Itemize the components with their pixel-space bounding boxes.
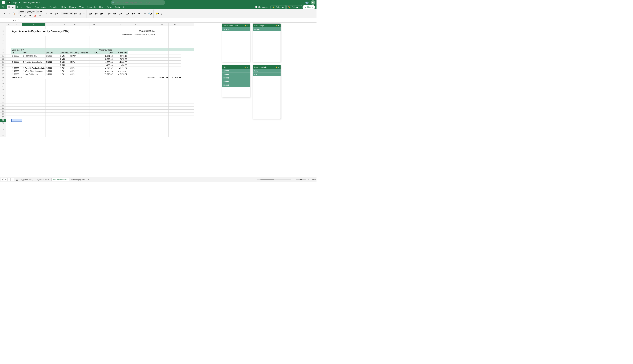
more-font-options[interactable]: •••	[38, 14, 41, 17]
zoom-out-button[interactable]: -	[293, 178, 294, 181]
find-select-button[interactable]: 🔍▾	[147, 10, 153, 17]
cell-G1[interactable]	[80, 26, 89, 29]
cell-N2[interactable]	[169, 29, 181, 33]
font-size-selector[interactable]: 10	[36, 10, 43, 14]
col-header-G[interactable]: G	[80, 23, 89, 26]
cancel-formula-icon[interactable]: ✕	[13, 19, 15, 22]
col-header-J[interactable]: J	[113, 23, 128, 26]
delete-cells-button[interactable]: ⊖▾	[112, 10, 117, 17]
cell-cad-10-1[interactable]	[89, 54, 99, 58]
tab-file[interactable]: File	[0, 5, 7, 9]
sort-filter-button[interactable]: ↕▾	[142, 10, 147, 17]
zoom-slider[interactable]	[296, 179, 306, 180]
slicer-cur-filter-icon[interactable]: ⚡	[275, 66, 277, 68]
col-header-due-date2[interactable]: Due Date	[80, 52, 89, 54]
slicer-currency-usd[interactable]: USD	[253, 73, 280, 76]
bold-button[interactable]: B	[19, 14, 23, 17]
slicer-no-20000[interactable]: 20000	[222, 73, 250, 76]
cell-I1[interactable]	[99, 26, 113, 29]
slicer-customergroup-blank-item[interactable]: BLANK	[253, 28, 280, 31]
col-header-no[interactable]: No.	[11, 52, 22, 54]
catchup-button[interactable]: ⚡ Catch up	[270, 5, 286, 9]
grand-total-cad[interactable]: -4,446.73	[143, 76, 156, 79]
col-header-E[interactable]: E	[59, 23, 70, 26]
cell-H1[interactable]	[89, 26, 99, 29]
cell-total-10-1[interactable]: -2,071.13	[113, 54, 128, 58]
cell-usd-10-1[interactable]: -2,071.13	[99, 54, 113, 58]
slicer-no-30000[interactable]: 30000	[222, 76, 250, 80]
slicer-department-blank-item[interactable]: BLANK	[222, 28, 250, 31]
tab-automate[interactable]: Automate	[85, 5, 97, 9]
cell-styles-button[interactable]: ▣▾	[99, 10, 104, 17]
sheet-horizontal-scroll[interactable]	[257, 179, 291, 180]
tab-help[interactable]: Help	[98, 5, 105, 9]
tab-nav-right[interactable]: ⟩	[8, 178, 11, 181]
col-header-M[interactable]: M	[156, 23, 169, 26]
cell-E1[interactable]	[59, 26, 70, 29]
font-name-selector[interactable]: Segoe UI (Body)	[18, 10, 36, 14]
tab-insert[interactable]: Insert	[16, 5, 24, 9]
insert-function-icon[interactable]: ƒx	[17, 19, 20, 22]
ideas-button[interactable]: 💡▾	[155, 10, 160, 17]
sheet-title-cell[interactable]: Aged Accounts Payable due by Currency (F…	[11, 29, 113, 33]
tab-home[interactable]: Home	[7, 5, 16, 9]
col-header-N[interactable]: N	[169, 23, 181, 26]
currency-button[interactable]: $▾	[73, 10, 78, 17]
cell-F1[interactable]	[70, 26, 80, 29]
cell-M2[interactable]	[156, 29, 169, 33]
clear-button[interactable]: ✕▾	[136, 10, 142, 17]
tab-menu-icon[interactable]: ☰	[15, 178, 19, 182]
col-header-due-date-f[interactable]: Due Date (f	[70, 52, 80, 54]
col-header-usd[interactable]: USD	[99, 52, 113, 54]
tab-page-layout[interactable]: Page Layout	[33, 5, 48, 9]
more-ribbon-btn[interactable]: ▷	[160, 10, 164, 17]
percent-button[interactable]: %	[78, 10, 82, 17]
col-header-A[interactable]: A	[6, 23, 11, 26]
cell-B3[interactable]	[11, 33, 113, 36]
cell-qtr-10-1[interactable]: ⊟ Qtr1	[59, 54, 70, 58]
col-header-H[interactable]: H	[89, 23, 99, 26]
zoom-in-button[interactable]: +	[308, 178, 309, 181]
col-header-due-date-c[interactable]: Due Date (C	[59, 52, 70, 54]
fill-button[interactable]: ⬇▾	[131, 10, 136, 17]
share-button[interactable]: ↗ Share	[302, 5, 315, 9]
cell-M1[interactable]	[156, 26, 169, 29]
cell-name-fabrikam[interactable]: ⊟ Fabrikam, Inc.	[22, 54, 46, 58]
user-avatar[interactable]: U	[311, 0, 315, 5]
col-header-L[interactable]: L	[143, 23, 156, 26]
cell-D1[interactable]	[46, 26, 59, 29]
tab-view[interactable]: View	[78, 5, 86, 9]
col-header-K[interactable]: K	[128, 23, 143, 26]
cell-J3[interactable]: Data retrieved: 15 December 2024, 00:26	[113, 33, 156, 36]
grand-total-total[interactable]: -52,248.05	[169, 76, 181, 79]
formula-expand-icon[interactable]: ⌄	[314, 19, 316, 22]
cell-O2[interactable]	[181, 29, 194, 33]
grid-menu-icon[interactable]	[1, 0, 6, 5]
autosum-button[interactable]: Σ▾	[125, 10, 130, 17]
col-header-name[interactable]: Name	[22, 52, 46, 54]
slicer-cg-filter-icon[interactable]: ⚡	[275, 25, 277, 26]
cell-B1[interactable]	[11, 26, 22, 29]
cell-name-firstup[interactable]: ⊟ First Up Consultants	[22, 60, 46, 64]
cell-A2[interactable]	[6, 29, 11, 33]
cell-J1[interactable]	[113, 26, 128, 29]
redo-button[interactable]: ↪	[6, 10, 11, 17]
sheet-tab-by-period-fcy[interactable]: By Period (FCY)	[35, 178, 51, 181]
wrap-text-button[interactable]: ⇏	[49, 10, 53, 17]
col-header-F[interactable]: F	[70, 23, 80, 26]
cell-K1[interactable]	[128, 26, 143, 29]
col-header-B[interactable]: B	[11, 23, 22, 26]
format-painter-button[interactable]: 🖌	[23, 14, 27, 17]
cell-J2[interactable]: CRONUS USA, Inc.	[113, 29, 156, 33]
cell-month-10-1[interactable]: ⊟ Mar	[70, 54, 80, 58]
comments-button[interactable]: 💬 Comments	[253, 6, 270, 9]
col-header-D[interactable]: D	[46, 23, 59, 26]
cell-no-20000[interactable]: ⊟ 20000	[11, 60, 22, 64]
format-as-table-button[interactable]: ⊞▾	[93, 10, 99, 17]
slicer-no-50000[interactable]: 50000	[222, 84, 250, 87]
add-sheet-button[interactable]: +	[87, 178, 90, 182]
tab-share[interactable]: Share	[24, 5, 33, 9]
cell-usd-10-2[interactable]: -2,375.60	[99, 58, 113, 60]
cell-qtr-10-2[interactable]: ⊟ Qtr2	[59, 58, 70, 60]
tab-nav-left[interactable]: ⟨	[4, 178, 7, 181]
